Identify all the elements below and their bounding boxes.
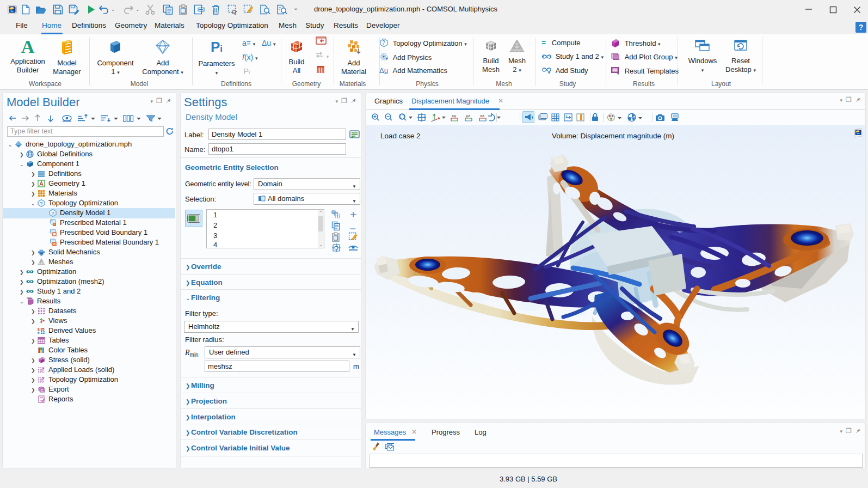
svg-text:?: ? [51,211,54,216]
svg-text:yz: yz [466,113,470,118]
svg-text:xy: xy [452,113,456,118]
svg-text:?: ? [40,201,42,206]
svg-text:e-12: e-12 [38,331,45,334]
svg-text:xz: xz [480,113,484,118]
svg-text:?: ? [382,40,385,46]
